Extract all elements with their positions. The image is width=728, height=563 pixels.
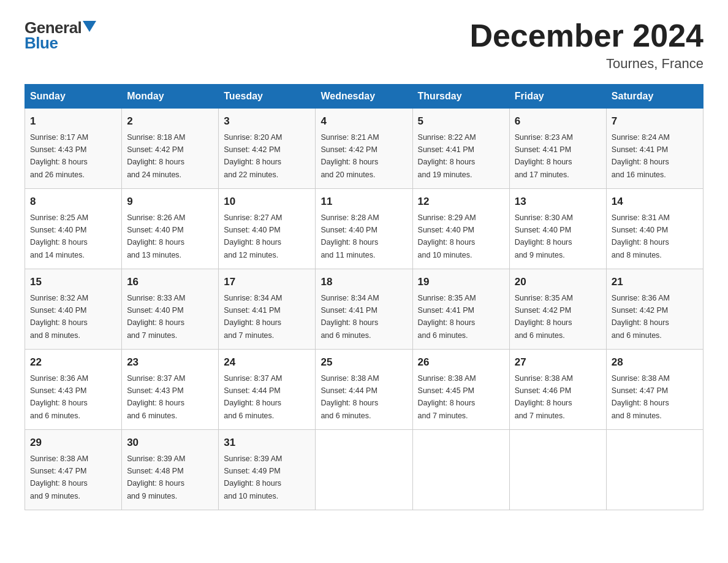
day-number: 2 [127,113,213,129]
calendar-day-cell: 4 Sunrise: 8:21 AMSunset: 4:42 PMDayligh… [316,109,412,189]
day-number: 10 [224,194,310,210]
day-info: Sunrise: 8:27 AMSunset: 4:40 PMDaylight:… [224,213,282,259]
calendar-day-cell: 11 Sunrise: 8:28 AMSunset: 4:40 PMDaylig… [316,189,412,269]
day-info: Sunrise: 8:23 AMSunset: 4:41 PMDaylight:… [515,133,573,179]
day-number: 1 [30,113,116,129]
calendar-day-cell: 31 Sunrise: 8:39 AMSunset: 4:49 PMDaylig… [219,430,316,510]
day-info: Sunrise: 8:24 AMSunset: 4:41 PMDaylight:… [612,133,670,179]
calendar-table: Sunday Monday Tuesday Wednesday Thursday… [25,84,703,510]
day-number: 21 [612,274,698,290]
col-monday: Monday [122,85,219,109]
calendar-day-cell: 24 Sunrise: 8:37 AMSunset: 4:44 PMDaylig… [219,350,316,430]
calendar-day-cell: 27 Sunrise: 8:38 AMSunset: 4:46 PMDaylig… [509,350,606,430]
day-number: 6 [515,113,601,129]
calendar-header-row: Sunday Monday Tuesday Wednesday Thursday… [25,85,703,109]
calendar-day-cell: 12 Sunrise: 8:29 AMSunset: 4:40 PMDaylig… [412,189,509,269]
calendar-day-cell: 13 Sunrise: 8:30 AMSunset: 4:40 PMDaylig… [509,189,606,269]
day-number: 7 [612,113,698,129]
title-block: December 2024 Tournes, France [469,18,703,72]
day-info: Sunrise: 8:38 AMSunset: 4:47 PMDaylight:… [30,454,88,500]
day-info: Sunrise: 8:28 AMSunset: 4:40 PMDaylight:… [320,213,379,259]
day-info: Sunrise: 8:35 AMSunset: 4:41 PMDaylight:… [418,294,476,340]
col-thursday: Thursday [412,85,509,109]
logo: General Blue [25,18,96,53]
day-info: Sunrise: 8:36 AMSunset: 4:43 PMDaylight:… [30,374,88,420]
day-info: Sunrise: 8:37 AMSunset: 4:43 PMDaylight:… [127,374,185,420]
calendar-day-cell: 5 Sunrise: 8:22 AMSunset: 4:41 PMDayligh… [412,109,509,189]
day-number: 14 [612,194,698,210]
day-number: 3 [224,113,310,129]
calendar-day-cell: 25 Sunrise: 8:38 AMSunset: 4:44 PMDaylig… [316,350,412,430]
calendar-day-cell: 14 Sunrise: 8:31 AMSunset: 4:40 PMDaylig… [606,189,703,269]
calendar-day-cell: 6 Sunrise: 8:23 AMSunset: 4:41 PMDayligh… [509,109,606,189]
calendar-day-cell: 8 Sunrise: 8:25 AMSunset: 4:40 PMDayligh… [25,189,122,269]
calendar-day-cell: 23 Sunrise: 8:37 AMSunset: 4:43 PMDaylig… [122,350,219,430]
col-wednesday: Wednesday [316,85,412,109]
svg-marker-0 [83,21,96,32]
day-number: 23 [127,354,213,370]
calendar-day-cell: 19 Sunrise: 8:35 AMSunset: 4:41 PMDaylig… [412,269,509,350]
calendar-day-cell: 15 Sunrise: 8:32 AMSunset: 4:40 PMDaylig… [25,269,122,350]
day-number: 8 [30,194,116,210]
col-sunday: Sunday [25,85,122,109]
day-number: 15 [30,274,116,290]
day-info: Sunrise: 8:17 AMSunset: 4:43 PMDaylight:… [30,133,88,179]
day-number: 12 [418,194,504,210]
calendar-day-cell: 18 Sunrise: 8:34 AMSunset: 4:41 PMDaylig… [316,269,412,350]
day-info: Sunrise: 8:26 AMSunset: 4:40 PMDaylight:… [127,213,185,259]
day-info: Sunrise: 8:36 AMSunset: 4:42 PMDaylight:… [612,294,670,340]
page-header: General Blue December 2024 Tournes, Fran… [25,18,703,72]
calendar-day-cell [509,430,606,510]
day-info: Sunrise: 8:33 AMSunset: 4:40 PMDaylight:… [127,294,185,340]
day-info: Sunrise: 8:38 AMSunset: 4:44 PMDaylight:… [320,374,379,420]
col-saturday: Saturday [606,85,703,109]
col-friday: Friday [509,85,606,109]
calendar-day-cell: 28 Sunrise: 8:38 AMSunset: 4:47 PMDaylig… [606,350,703,430]
calendar-day-cell: 30 Sunrise: 8:39 AMSunset: 4:48 PMDaylig… [122,430,219,510]
day-number: 4 [320,113,407,129]
logo-arrow-icon [83,21,96,32]
calendar-day-cell: 21 Sunrise: 8:36 AMSunset: 4:42 PMDaylig… [606,269,703,350]
day-number: 24 [224,354,310,370]
calendar-day-cell [412,430,509,510]
calendar-day-cell: 2 Sunrise: 8:18 AMSunset: 4:42 PMDayligh… [122,109,219,189]
day-info: Sunrise: 8:39 AMSunset: 4:48 PMDaylight:… [127,454,185,500]
day-info: Sunrise: 8:29 AMSunset: 4:40 PMDaylight:… [418,213,476,259]
day-number: 28 [612,354,698,370]
location-subtitle: Tournes, France [469,56,703,72]
day-number: 18 [320,274,407,290]
day-number: 11 [320,194,407,210]
day-number: 30 [127,435,213,451]
calendar-day-cell [606,430,703,510]
day-number: 25 [320,354,407,370]
calendar-week-row: 1 Sunrise: 8:17 AMSunset: 4:43 PMDayligh… [25,109,703,189]
day-number: 29 [30,435,116,451]
calendar-day-cell: 10 Sunrise: 8:27 AMSunset: 4:40 PMDaylig… [219,189,316,269]
calendar-day-cell: 26 Sunrise: 8:38 AMSunset: 4:45 PMDaylig… [412,350,509,430]
day-info: Sunrise: 8:38 AMSunset: 4:47 PMDaylight:… [612,374,670,420]
day-number: 13 [515,194,601,210]
logo-blue-text: Blue [25,34,58,53]
day-number: 27 [515,354,601,370]
calendar-week-row: 15 Sunrise: 8:32 AMSunset: 4:40 PMDaylig… [25,269,703,350]
day-info: Sunrise: 8:39 AMSunset: 4:49 PMDaylight:… [224,454,282,500]
day-number: 17 [224,274,310,290]
calendar-day-cell: 9 Sunrise: 8:26 AMSunset: 4:40 PMDayligh… [122,189,219,269]
month-year-title: December 2024 [469,18,703,53]
day-info: Sunrise: 8:38 AMSunset: 4:45 PMDaylight:… [418,374,476,420]
day-info: Sunrise: 8:37 AMSunset: 4:44 PMDaylight:… [224,374,282,420]
calendar-week-row: 22 Sunrise: 8:36 AMSunset: 4:43 PMDaylig… [25,350,703,430]
day-info: Sunrise: 8:20 AMSunset: 4:42 PMDaylight:… [224,133,282,179]
day-number: 16 [127,274,213,290]
day-number: 19 [418,274,504,290]
day-number: 31 [224,435,310,451]
day-info: Sunrise: 8:32 AMSunset: 4:40 PMDaylight:… [30,294,88,340]
calendar-day-cell: 20 Sunrise: 8:35 AMSunset: 4:42 PMDaylig… [509,269,606,350]
calendar-day-cell: 22 Sunrise: 8:36 AMSunset: 4:43 PMDaylig… [25,350,122,430]
day-number: 9 [127,194,213,210]
calendar-week-row: 29 Sunrise: 8:38 AMSunset: 4:47 PMDaylig… [25,430,703,510]
day-info: Sunrise: 8:35 AMSunset: 4:42 PMDaylight:… [515,294,573,340]
calendar-day-cell [316,430,412,510]
day-info: Sunrise: 8:38 AMSunset: 4:46 PMDaylight:… [515,374,573,420]
col-tuesday: Tuesday [219,85,316,109]
